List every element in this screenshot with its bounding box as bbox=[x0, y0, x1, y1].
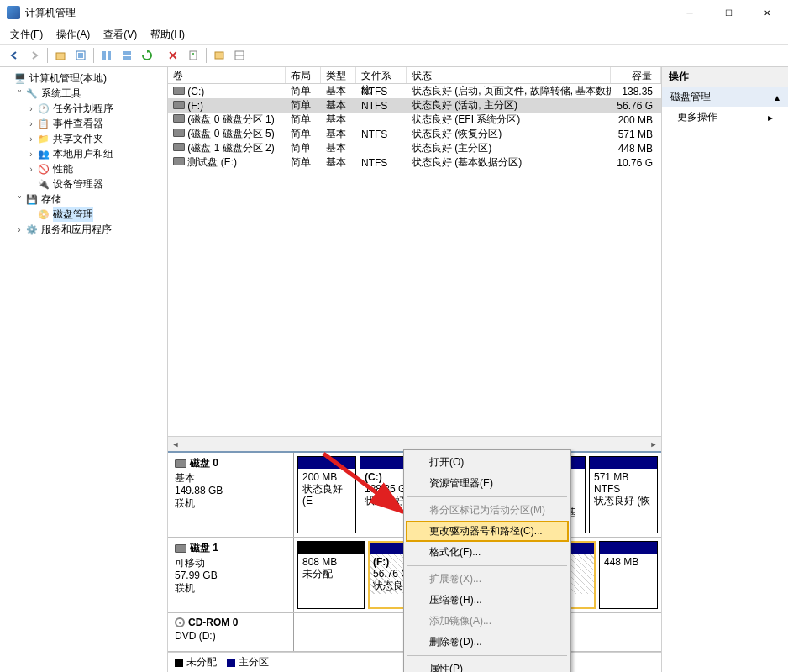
ctx-explorer[interactable]: 资源管理器(E) bbox=[406, 473, 569, 494]
actions-section[interactable]: 磁盘管理▴ bbox=[662, 87, 788, 107]
volume-row[interactable]: (磁盘 1 磁盘分区 2)简单基本状态良好 (主分区)448 MB bbox=[168, 141, 661, 155]
svg-rect-2 bbox=[78, 53, 83, 58]
volume-row[interactable]: (F:)简单基本NTFS状态良好 (活动, 主分区)56.76 G bbox=[168, 98, 661, 113]
drive-icon bbox=[173, 157, 185, 165]
tb-icon-1[interactable] bbox=[71, 46, 90, 65]
volume-row[interactable]: (C:)简单基本NTFS状态良好 (启动, 页面文件, 故障转储, 基本数据分区… bbox=[168, 84, 661, 98]
menubar: 文件(F) 操作(A) 查看(V) 帮助(H) bbox=[0, 25, 788, 44]
volume-list-header: 卷 布局 类型 文件系统 状态 容量 bbox=[168, 67, 661, 84]
ctx-delete[interactable]: 删除卷(D)... bbox=[406, 632, 569, 653]
tree-task-scheduler[interactable]: ›🕐任务计划程序 bbox=[2, 101, 165, 116]
ctx-change-drive-letter[interactable]: 更改驱动器号和路径(C)... bbox=[406, 521, 569, 542]
drive-icon bbox=[173, 87, 185, 95]
properties-button[interactable] bbox=[184, 46, 202, 65]
col-filesystem[interactable]: 文件系统 bbox=[356, 67, 407, 83]
svg-rect-5 bbox=[123, 51, 131, 55]
tb-icon-4[interactable] bbox=[210, 46, 229, 65]
toolbar: ✕ bbox=[0, 44, 788, 67]
volume-row[interactable]: (磁盘 0 磁盘分区 1)简单基本状态良好 (EFI 系统分区)200 MB bbox=[168, 113, 661, 127]
col-layout[interactable]: 布局 bbox=[286, 67, 321, 83]
svg-rect-3 bbox=[102, 51, 106, 60]
tb-icon-2[interactable] bbox=[97, 46, 116, 65]
legend-swatch-unalloc bbox=[175, 659, 183, 667]
legend-swatch-primary bbox=[227, 659, 235, 667]
tb-icon-5[interactable] bbox=[230, 46, 249, 65]
actions-pane: 操作 磁盘管理▴ 更多操作▸ bbox=[662, 67, 788, 672]
tree-performance[interactable]: ›🚫性能 bbox=[2, 161, 165, 176]
partition[interactable]: 200 MB状态良好 (E bbox=[297, 456, 356, 533]
menu-help[interactable]: 帮助(H) bbox=[144, 26, 192, 44]
window-controls: ─ ☐ ✕ bbox=[670, 0, 786, 25]
col-type[interactable]: 类型 bbox=[321, 67, 356, 83]
forward-button[interactable] bbox=[25, 46, 44, 65]
partition[interactable]: 448 MB bbox=[599, 541, 658, 609]
up-button[interactable] bbox=[51, 46, 70, 65]
drive-icon bbox=[173, 101, 185, 109]
col-capacity[interactable]: 容量 bbox=[611, 67, 661, 83]
ctx-format[interactable]: 格式化(F)... bbox=[406, 542, 569, 563]
drive-icon bbox=[173, 114, 185, 123]
navigation-tree[interactable]: 🖥️计算机管理(本地) ˅🔧系统工具 ›🕐任务计划程序 ›📋事件查看器 ›📁共享… bbox=[0, 67, 168, 672]
col-status[interactable]: 状态 bbox=[407, 67, 611, 83]
chevron-right-icon: ▸ bbox=[768, 112, 773, 123]
volume-row[interactable]: (磁盘 0 磁盘分区 5)简单基本NTFS状态良好 (恢复分区)571 MB bbox=[168, 127, 661, 141]
menu-action[interactable]: 操作(A) bbox=[50, 26, 97, 44]
volume-list[interactable]: (C:)简单基本NTFS状态良好 (启动, 页面文件, 故障转储, 基本数据分区… bbox=[168, 84, 661, 170]
actions-more[interactable]: 更多操作▸ bbox=[662, 107, 788, 128]
actions-header: 操作 bbox=[662, 67, 788, 87]
tb-icon-3[interactable] bbox=[118, 46, 136, 65]
maximize-button[interactable]: ☐ bbox=[709, 0, 748, 25]
volume-row[interactable]: 测试盘 (E:)简单基本NTFS状态良好 (基本数据分区)10.76 G bbox=[168, 155, 661, 170]
svg-rect-4 bbox=[108, 51, 111, 60]
tree-device-manager[interactable]: 🔌设备管理器 bbox=[2, 176, 165, 192]
ctx-shrink[interactable]: 压缩卷(H)... bbox=[406, 590, 569, 611]
tree-root[interactable]: 🖥️计算机管理(本地) bbox=[2, 71, 165, 86]
svg-rect-7 bbox=[190, 51, 197, 60]
tree-event-viewer[interactable]: ›📋事件查看器 bbox=[2, 116, 165, 131]
collapse-icon: ▴ bbox=[775, 92, 780, 103]
app-icon bbox=[7, 6, 20, 19]
ctx-properties[interactable]: 属性(P) bbox=[406, 659, 569, 672]
svg-rect-6 bbox=[123, 56, 131, 60]
ctx-mark-active: 将分区标记为活动分区(M) bbox=[406, 500, 569, 521]
tree-storage[interactable]: ˅💾存储 bbox=[2, 192, 165, 207]
titlebar: 计算机管理 ─ ☐ ✕ bbox=[0, 0, 788, 25]
close-button[interactable]: ✕ bbox=[748, 0, 786, 25]
tree-local-users[interactable]: ›👥本地用户和组 bbox=[2, 146, 165, 161]
tree-services[interactable]: ›⚙️服务和应用程序 bbox=[2, 222, 165, 237]
tree-disk-management[interactable]: 📀磁盘管理 bbox=[2, 207, 165, 222]
svg-rect-9 bbox=[215, 52, 223, 59]
ctx-open[interactable]: 打开(O) bbox=[406, 452, 569, 473]
cdrom-icon bbox=[175, 617, 185, 627]
disk-info[interactable]: CD-ROM 0 DVD (D:) bbox=[168, 613, 294, 651]
tree-system-tools[interactable]: ˅🔧系统工具 bbox=[2, 86, 165, 101]
refresh-button[interactable] bbox=[138, 46, 156, 65]
disk-info[interactable]: 磁盘 0 基本 149.88 GB 联机 bbox=[168, 453, 294, 537]
disk-info[interactable]: 磁盘 1 可移动 57.99 GB 联机 bbox=[168, 538, 294, 612]
ctx-mirror: 添加镜像(A)... bbox=[406, 611, 569, 632]
partition-unallocated[interactable]: 808 MB未分配 bbox=[297, 541, 365, 609]
svg-rect-0 bbox=[56, 53, 65, 60]
drive-icon bbox=[173, 129, 185, 137]
disk-icon bbox=[175, 544, 186, 553]
context-menu: 打开(O) 资源管理器(E) 将分区标记为活动分区(M) 更改驱动器号和路径(C… bbox=[403, 449, 571, 672]
partition[interactable]: 571 MB NTFS状态良好 (恢 bbox=[589, 456, 658, 533]
delete-button[interactable]: ✕ bbox=[164, 46, 182, 65]
col-volume[interactable]: 卷 bbox=[168, 67, 286, 83]
menu-file[interactable]: 文件(F) bbox=[3, 26, 50, 44]
disk-icon bbox=[175, 459, 186, 468]
drive-icon bbox=[173, 143, 185, 151]
menu-view[interactable]: 查看(V) bbox=[97, 26, 144, 44]
svg-point-8 bbox=[192, 53, 194, 55]
ctx-extend: 扩展卷(X)... bbox=[406, 569, 569, 590]
minimize-button[interactable]: ─ bbox=[670, 0, 709, 25]
window-title: 计算机管理 bbox=[25, 6, 670, 20]
back-button[interactable] bbox=[5, 46, 24, 65]
tree-shared-folders[interactable]: ›📁共享文件夹 bbox=[2, 131, 165, 146]
